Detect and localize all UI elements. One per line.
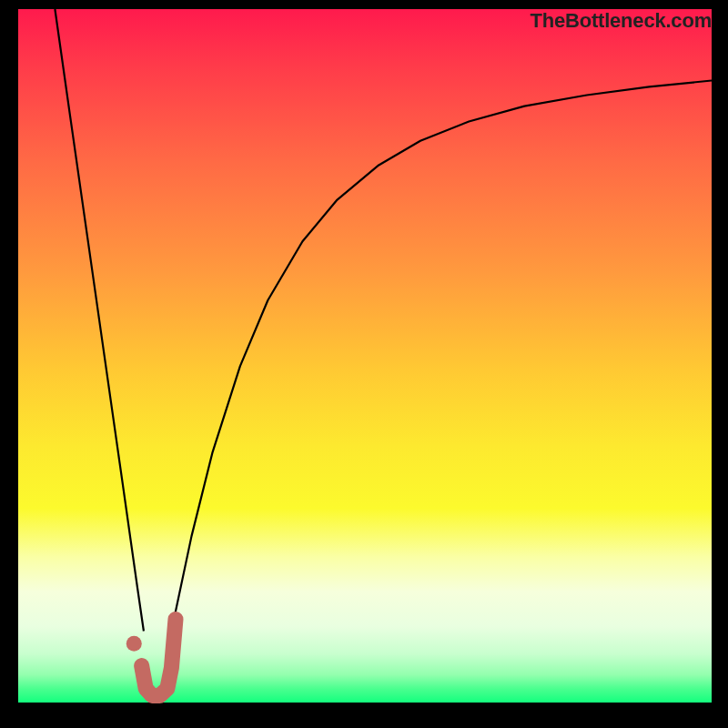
chart-svg [18,9,712,703]
chart-frame [18,9,712,703]
left-branch-curve [55,9,144,632]
highlight-dot [126,636,142,652]
watermark-label: TheBottleneck.com [530,9,712,33]
right-branch-curve [174,80,712,618]
curve-group [55,9,712,695]
highlight-j-stroke [142,620,176,696]
